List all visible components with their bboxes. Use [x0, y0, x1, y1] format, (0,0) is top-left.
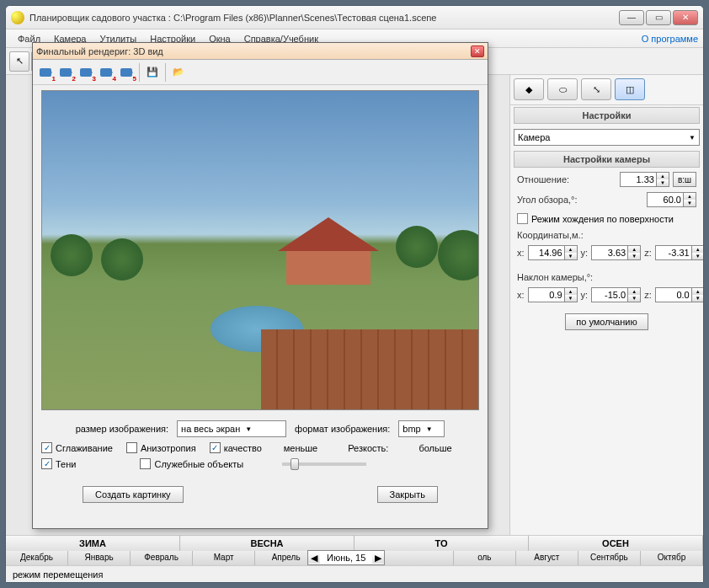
- spin-down-icon[interactable]: ▼: [684, 200, 696, 206]
- fov-spinner[interactable]: ▲▼: [647, 192, 696, 207]
- month-aug[interactable]: Август: [516, 551, 578, 565]
- dialog-close-btn[interactable]: Закрыть: [377, 486, 438, 503]
- tool-pointer[interactable]: ↖: [9, 51, 29, 72]
- date-selector: ◀ Июнь, 15 ▶: [307, 550, 385, 565]
- camera-1-button[interactable]: 1: [36, 63, 55, 82]
- shadows-checkbox[interactable]: ✓: [41, 458, 52, 469]
- render-preview: [41, 90, 479, 410]
- spin-up-icon[interactable]: ▲: [657, 173, 669, 179]
- spin-up-icon[interactable]: ▲: [628, 246, 640, 253]
- quality-checkbox[interactable]: ✓: [210, 442, 221, 453]
- ratio-mode-button[interactable]: в:ш: [673, 172, 696, 187]
- window-title: Планировщик садового участка : C:\Progra…: [29, 13, 619, 23]
- camera-icon: [40, 68, 51, 77]
- spin-up-icon[interactable]: ▲: [565, 246, 577, 253]
- spin-down-icon[interactable]: ▼: [628, 295, 640, 302]
- month-feb[interactable]: Февраль: [131, 551, 193, 565]
- timeline: ЗИМА ВЕСНА ТО ОСЕН Декабрь Январь Феврал…: [6, 535, 703, 565]
- spin-down-icon[interactable]: ▼: [628, 253, 640, 259]
- sharpness-slider[interactable]: [282, 462, 366, 466]
- tilt-z-spinner[interactable]: ▲▼: [655, 287, 704, 302]
- open-button[interactable]: 📂: [169, 63, 188, 82]
- month-dec[interactable]: Декабрь: [6, 551, 68, 565]
- image-format-label: формат изображения:: [295, 424, 390, 434]
- coord-x-spinner[interactable]: ▲▼: [528, 245, 578, 260]
- coord-y-spinner[interactable]: ▲▼: [591, 245, 641, 260]
- coord-y-input[interactable]: [591, 245, 628, 260]
- ratio-spinner[interactable]: ▲▼: [620, 172, 669, 187]
- spin-up-icon[interactable]: ▲: [684, 193, 696, 200]
- spin-down-icon[interactable]: ▼: [692, 253, 704, 259]
- default-button[interactable]: по умолчанию: [565, 313, 648, 330]
- spin-down-icon[interactable]: ▼: [565, 295, 577, 302]
- season-autumn[interactable]: ОСЕН: [529, 536, 703, 551]
- less-label: меньше: [284, 443, 317, 453]
- spin-up-icon[interactable]: ▲: [692, 246, 704, 253]
- image-size-select[interactable]: на весь экран▼: [177, 420, 286, 437]
- camera-settings-header: Настройки камеры: [514, 151, 700, 168]
- combo-value: Камера: [518, 132, 550, 142]
- image-format-select[interactable]: bmp▼: [398, 420, 445, 437]
- month-oct[interactable]: Октябр: [641, 551, 703, 565]
- smoothing-checkbox[interactable]: ✓: [41, 442, 52, 453]
- status-text: режим перемещения: [13, 569, 103, 580]
- dialog-titlebar[interactable]: Финальный рендериг: 3D вид ✕: [33, 43, 488, 60]
- spin-down-icon[interactable]: ▼: [565, 253, 577, 259]
- tilt-x-input[interactable]: [528, 287, 565, 302]
- anisotropy-checkbox[interactable]: [126, 442, 137, 453]
- close-button[interactable]: ✕: [673, 10, 698, 25]
- fov-input[interactable]: [647, 192, 684, 207]
- service-objects-checkbox[interactable]: [140, 458, 151, 469]
- date-prev-button[interactable]: ◀: [308, 553, 320, 564]
- spin-up-icon[interactable]: ▲: [628, 288, 640, 295]
- coord-z-spinner[interactable]: ▲▼: [655, 245, 704, 260]
- tab-cube-icon[interactable]: ◫: [615, 78, 645, 100]
- x-label: x:: [517, 248, 525, 258]
- month-jul[interactable]: оль: [454, 551, 516, 565]
- tab-shapes-icon[interactable]: ◆: [514, 78, 544, 100]
- coord-z-input[interactable]: [655, 245, 692, 260]
- minimize-button[interactable]: —: [619, 10, 644, 25]
- camera-2-button[interactable]: 2: [56, 63, 75, 82]
- smoothing-label: Сглаживание: [56, 443, 113, 453]
- fov-label: Угол обзора,°:: [517, 195, 578, 205]
- current-date: Июнь, 15: [320, 553, 372, 563]
- right-tabs: ◆ ⬭ ⤡ ◫: [510, 75, 703, 105]
- month-jan[interactable]: Январь: [68, 551, 131, 565]
- coord-x-input[interactable]: [528, 245, 565, 260]
- season-summer[interactable]: ТО: [354, 536, 529, 551]
- ratio-input[interactable]: [620, 172, 657, 187]
- spin-down-icon[interactable]: ▼: [657, 179, 669, 186]
- tilt-y-spinner[interactable]: ▲▼: [591, 287, 641, 302]
- slider-thumb[interactable]: [291, 458, 299, 470]
- month-mar[interactable]: Март: [193, 551, 255, 565]
- spin-up-icon[interactable]: ▲: [692, 288, 704, 295]
- spin-up-icon[interactable]: ▲: [565, 288, 577, 295]
- dialog-controls: размер изображения: на весь экран▼ форма…: [33, 415, 488, 479]
- tilt-z-input[interactable]: [655, 287, 692, 302]
- settings-combo[interactable]: Камера ▼: [514, 129, 700, 146]
- tilt-label: Наклон камеры,°:: [517, 272, 593, 282]
- camera-5-button[interactable]: 5: [117, 63, 136, 82]
- menu-about[interactable]: О программе: [642, 34, 698, 44]
- app-icon: [11, 11, 24, 24]
- season-winter[interactable]: ЗИМА: [6, 536, 180, 551]
- camera-3-button[interactable]: 3: [77, 63, 95, 82]
- ratio-label: Отношение:: [517, 174, 569, 184]
- maximize-button[interactable]: ▭: [646, 10, 671, 25]
- spin-down-icon[interactable]: ▼: [692, 295, 704, 302]
- camera-4-button[interactable]: 4: [97, 63, 115, 82]
- walk-mode-checkbox[interactable]: [517, 213, 528, 224]
- dialog-close-button[interactable]: ✕: [471, 45, 484, 57]
- camera-icon: [100, 68, 112, 77]
- tab-path-icon[interactable]: ⤡: [581, 78, 611, 100]
- date-next-button[interactable]: ▶: [372, 553, 384, 564]
- season-spring[interactable]: ВЕСНА: [180, 536, 354, 551]
- tilt-y-label: y:: [581, 290, 589, 300]
- save-button[interactable]: 💾: [143, 63, 162, 82]
- month-sep[interactable]: Сентябрь: [578, 551, 641, 565]
- create-image-button[interactable]: Создать картинку: [83, 486, 184, 503]
- tab-tube-icon[interactable]: ⬭: [547, 78, 578, 100]
- tilt-y-input[interactable]: [591, 287, 628, 302]
- tilt-x-spinner[interactable]: ▲▼: [528, 287, 578, 302]
